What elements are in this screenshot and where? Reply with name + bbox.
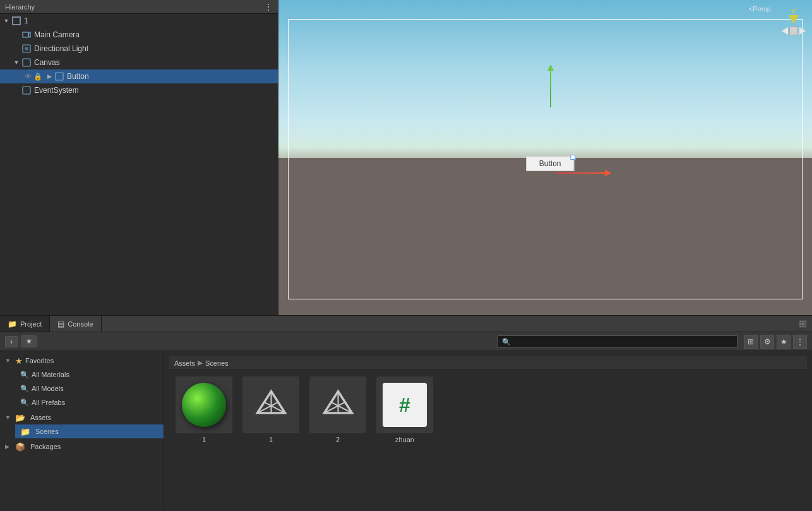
unity-logo-1 — [254, 388, 289, 423]
asset-item-3[interactable]: 2 — [309, 376, 366, 443]
star-icon: ★ — [26, 337, 32, 346]
star-filter-button[interactable]: ★ — [777, 335, 791, 349]
persp-label: <Persp — [749, 5, 771, 13]
scene-button-widget[interactable]: Button — [526, 156, 575, 171]
directional-light-arrow — [13, 45, 20, 52]
sidebar-item-all-materials[interactable]: 🔍 All Materials — [15, 368, 164, 382]
all-materials-label: All Materials — [32, 371, 69, 378]
bottom-panel-maximize[interactable]: ⊞ — [794, 318, 812, 330]
scene-button[interactable]: Button — [526, 156, 575, 171]
scenes-folder-icon: 📁 — [20, 427, 30, 436]
eye-icon: 👁 — [23, 71, 33, 81]
button-label: Button — [67, 72, 89, 81]
all-prefabs-label: All Prefabs — [32, 399, 65, 406]
tab-project[interactable]: 📁 Project — [0, 316, 50, 332]
asset-thumb-3 — [309, 376, 366, 433]
hierarchy-item-button[interactable]: 👁 🔒 ▶ Button — [0, 69, 278, 83]
assets-grid: 1 1 — [169, 370, 807, 450]
svg-rect-6 — [56, 73, 63, 80]
sidebar-section-favorites: ▼ ★ Favorites 🔍 All Materials 🔍 All Mode… — [0, 354, 164, 409]
star-button[interactable]: ★ — [21, 335, 37, 347]
hierarchy-scene-root[interactable]: ▼ 1 — [0, 14, 278, 28]
bottom-toolbar: + ★ ⊞ ⚙ ★ ⋮ — [0, 332, 812, 351]
button-arrow: ▶ — [45, 73, 53, 80]
asset-thumb-2 — [242, 376, 299, 433]
asset-item-2[interactable]: 1 — [242, 376, 299, 443]
scene-view[interactable]: Button y <Persp — [278, 0, 812, 315]
asset-label-4: zhuan — [395, 436, 414, 443]
asset-thumb-4: # — [376, 376, 433, 433]
all-models-label: All Models — [32, 385, 64, 392]
svg-rect-1 — [23, 32, 28, 37]
assets-panel: Assets ▶ Scenes 1 — [164, 351, 812, 511]
event-system-icon — [21, 85, 32, 95]
hierarchy-header: Hierarchy ⋮ — [0, 0, 278, 14]
gizmo-y-arrow — [550, 69, 551, 107]
sidebar-section-assets: ▼ 📂 Assets 📁 Scenes — [0, 411, 164, 438]
favorites-star-icon: ★ — [15, 356, 23, 366]
breadcrumb-assets: Assets — [174, 359, 195, 367]
lock-icon: 🔒 — [33, 71, 43, 81]
toolbar-icons: ⊞ ⚙ ★ ⋮ — [744, 335, 807, 349]
asset-thumb-1 — [176, 376, 232, 433]
scene-root-arrow: ▼ — [3, 17, 10, 25]
directional-light-icon — [21, 44, 32, 54]
sidebar-item-favorites[interactable]: ▼ ★ Favorites — [0, 354, 164, 368]
sidebar-item-all-prefabs[interactable]: 🔍 All Prefabs — [15, 395, 164, 409]
sidebar-item-all-models[interactable]: 🔍 All Models — [15, 382, 164, 395]
project-search-input[interactable] — [498, 335, 737, 348]
models-search-icon: 🔍 — [20, 385, 29, 393]
asset-item-4[interactable]: # zhuan — [376, 376, 433, 443]
canvas-icon — [21, 57, 32, 68]
sidebar-item-packages[interactable]: ▶ 📦 Packages — [0, 440, 164, 454]
svg-point-4 — [25, 47, 28, 51]
hierarchy-more-button[interactable]: ⋮ — [264, 2, 273, 12]
settings-icon-button[interactable]: ⋮ — [793, 335, 807, 349]
directional-light-label: Directional Light — [34, 44, 88, 53]
gizmo-arrow-left — [782, 27, 788, 35]
svg-rect-7 — [23, 87, 30, 94]
materials-search-icon: 🔍 — [20, 371, 29, 379]
hierarchy-title: Hierarchy — [5, 3, 35, 11]
main-camera-icon — [21, 30, 32, 40]
breadcrumb: Assets ▶ Scenes — [169, 356, 807, 370]
project-tab-icon: 📁 — [8, 320, 17, 328]
add-icon: + — [9, 338, 13, 346]
project-tab-label: Project — [20, 320, 42, 328]
hierarchy-items: ▼ 1 Main Camera — [0, 14, 278, 315]
add-button[interactable]: + — [5, 336, 18, 347]
gizmo-center-box — [789, 27, 798, 35]
packages-folder-icon: 📦 — [15, 442, 25, 452]
project-sidebar: ▼ ★ Favorites 🔍 All Materials 🔍 All Mode… — [0, 351, 164, 511]
hierarchy-item-canvas[interactable]: ▼ Canvas — [0, 56, 278, 69]
hierarchy-item-directional-light[interactable]: Directional Light — [0, 42, 278, 56]
hierarchy-panel: Hierarchy ⋮ ▼ 1 — [0, 0, 278, 315]
favorites-label: Favorites — [25, 357, 54, 364]
asset-item-1[interactable]: 1 — [176, 376, 232, 443]
hash-icon: # — [399, 394, 410, 417]
scenes-label: Scenes — [35, 428, 59, 435]
gizmo-y-label: y — [792, 6, 796, 14]
layout-icon-button[interactable]: ⊞ — [744, 335, 758, 349]
assets-root-arrow: ▼ — [5, 414, 13, 421]
main-camera-label: Main Camera — [34, 30, 80, 39]
sidebar-item-assets-root[interactable]: ▼ 📂 Assets — [0, 411, 164, 424]
scene-button-select-handle — [571, 155, 576, 160]
packages-label: Packages — [30, 443, 61, 450]
tab-console[interactable]: ▤ Console — [50, 316, 101, 332]
scene-label: 1 — [24, 16, 28, 25]
svg-rect-5 — [23, 59, 30, 66]
button-icon — [54, 71, 64, 81]
top-area: Hierarchy ⋮ ▼ 1 — [0, 0, 812, 315]
button-eye-icons: 👁 🔒 — [23, 71, 43, 81]
event-system-label: EventSystem — [34, 86, 79, 95]
assets-root-folder-icon: 📂 — [15, 413, 25, 423]
gizmo-cone-down — [789, 15, 799, 24]
bottom-area: 📁 Project ▤ Console ⊞ + ★ ⊞ ⚙ ★ ⋮ — [0, 315, 812, 511]
unity-logo-2 — [321, 388, 355, 423]
scene-icon — [11, 16, 21, 26]
filter-icon-button[interactable]: ⚙ — [760, 335, 774, 349]
sidebar-item-scenes[interactable]: 📁 Scenes — [15, 424, 164, 438]
hierarchy-item-event-system[interactable]: EventSystem — [0, 83, 278, 97]
hierarchy-item-main-camera[interactable]: Main Camera — [0, 28, 278, 42]
